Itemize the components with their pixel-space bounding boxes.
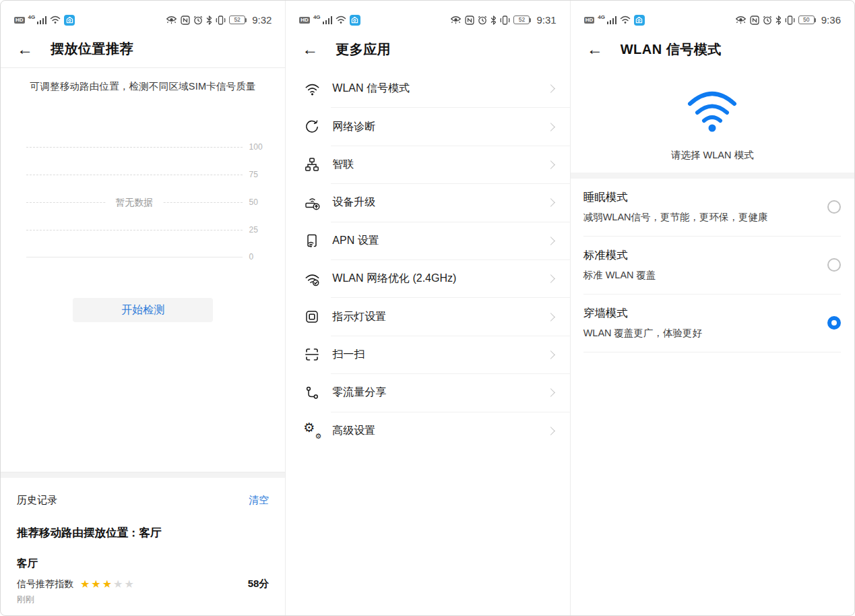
start-detection-button[interactable]: 开始检测 <box>73 298 213 322</box>
screen-wlan-signal-mode: HD 4G 50 9:36 ← WLAN 信号模式 <box>570 1 854 615</box>
signal-quality-chart: 100 75 暂无数据50 25 0 <box>1 147 285 263</box>
list-item-label: 智联 <box>332 158 354 172</box>
chevron-right-icon <box>546 123 555 131</box>
history-title: 历史记录 <box>17 494 57 507</box>
bluetooth-icon <box>775 16 782 25</box>
option-title: 穿墙模式 <box>583 306 818 321</box>
list-item-advanced-settings[interactable]: ⚙⚙ 高级设置 <box>286 412 569 450</box>
stars-filled-icon: ★★★ <box>80 578 113 590</box>
option-wall-penetration-mode[interactable]: 穿墙模式 WLAN 覆盖更广，体验更好 <box>571 295 854 352</box>
y-tick-25: 25 <box>249 225 267 235</box>
eye-comfort-icon <box>735 16 747 24</box>
page-title: 更多应用 <box>336 40 391 59</box>
list-item-label: 零流量分享 <box>332 386 386 400</box>
vibrate-icon <box>785 16 795 25</box>
hd-badge: HD <box>14 17 25 24</box>
y-tick-50: 50 <box>249 197 267 207</box>
chevron-right-icon <box>546 84 555 93</box>
alarm-icon <box>763 16 772 25</box>
chevron-right-icon <box>546 237 555 245</box>
app-list: WLAN 信号模式 网络诊断 智联 设备升级 <box>286 70 569 450</box>
status-bar: HD 4G 50 9:36 <box>571 1 854 30</box>
screenshot-collage: HD 4G 52 9:32 ← 摆放位置推荐 可调整移动路由位置，检测不同区域S… <box>0 0 855 616</box>
list-item-label: 设备升级 <box>332 195 375 210</box>
chevron-right-icon <box>546 313 555 321</box>
history-section: 历史记录 清空 推荐移动路由摆放位置：客厅 客厅 信号推荐指数 ★★★ ★★ 5… <box>1 478 285 615</box>
eye-comfort-icon <box>450 16 462 24</box>
advanced-settings-icon: ⚙⚙ <box>304 423 320 439</box>
list-item-label: WLAN 网络优化 (2.4GHz) <box>332 272 456 286</box>
radio-selected-icon[interactable] <box>827 316 841 330</box>
hilink-app-icon <box>634 15 645 26</box>
radio-unselected-icon[interactable] <box>827 258 841 272</box>
back-icon[interactable]: ← <box>587 41 603 57</box>
alarm-icon <box>478 16 487 25</box>
divider <box>583 352 841 352</box>
device-upgrade-icon <box>304 195 320 210</box>
hd-badge: HD <box>584 17 595 24</box>
option-standard-mode[interactable]: 标准模式 标准 WLAN 覆盖 <box>571 237 854 294</box>
section-divider <box>1 472 285 478</box>
network-diagnosis-icon <box>304 119 320 134</box>
4g-label: 4G <box>28 14 36 20</box>
y-tick-75: 75 <box>249 170 267 179</box>
clear-history-link[interactable]: 清空 <box>249 494 269 507</box>
chevron-right-icon <box>546 274 555 283</box>
chevron-right-icon <box>546 350 555 359</box>
record-score: 58分 <box>248 578 270 590</box>
wifi-status-icon <box>336 16 346 24</box>
wlan-optimize-icon <box>304 272 320 286</box>
list-item-label: 扫一扫 <box>332 348 365 362</box>
clock-time: 9:36 <box>821 14 841 26</box>
placement-description: 可调整移动路由位置，检测不同区域SIM卡信号质量 <box>1 80 285 93</box>
option-subtitle: WLAN 覆盖更广，体验更好 <box>583 327 818 340</box>
zero-traffic-share-icon <box>304 386 320 400</box>
list-item-label: WLAN 信号模式 <box>332 82 410 96</box>
radio-unselected-icon[interactable] <box>827 200 841 214</box>
record-rating-row: 信号推荐指数 ★★★ ★★ 58分 <box>17 578 269 590</box>
vibrate-icon <box>216 16 226 25</box>
list-item-label: 高级设置 <box>332 424 375 438</box>
back-icon[interactable]: ← <box>302 41 318 57</box>
list-item-device-upgrade[interactable]: 设备升级 <box>286 184 569 221</box>
chevron-right-icon <box>546 160 555 169</box>
list-item-wlan-optimization[interactable]: WLAN 网络优化 (2.4GHz) <box>286 260 569 297</box>
recommendation-text: 推荐移动路由摆放位置：客厅 <box>17 526 269 541</box>
list-item-apn-settings[interactable]: APN 设置 <box>286 222 569 259</box>
chevron-right-icon <box>546 388 555 397</box>
4g-label: 4G <box>313 14 321 20</box>
back-icon[interactable]: ← <box>17 41 33 57</box>
list-item-label: 网络诊断 <box>332 120 375 134</box>
option-sleep-mode[interactable]: 睡眠模式 减弱WLAN信号，更节能，更环保，更健康 <box>571 179 854 236</box>
nfc-icon <box>181 16 190 25</box>
list-item-zero-traffic-share[interactable]: 零流量分享 <box>286 374 569 411</box>
clock-time: 9:32 <box>252 14 272 26</box>
scan-qr-icon <box>304 347 320 362</box>
list-item-wlan-signal-mode[interactable]: WLAN 信号模式 <box>286 70 569 107</box>
page-header: ← 摆放位置推荐 <box>1 30 285 68</box>
status-bar: HD 4G 52 9:31 <box>286 1 569 30</box>
option-subtitle: 减弱WLAN信号，更节能，更环保，更健康 <box>583 211 818 224</box>
nfc-icon <box>465 16 474 25</box>
vibrate-icon <box>500 16 510 25</box>
chart-empty-label: 暂无数据 <box>106 197 162 209</box>
page-title: WLAN 信号模式 <box>621 40 722 59</box>
wifi-signal-mode-icon <box>304 82 320 96</box>
list-item-indicator-settings[interactable]: 指示灯设置 <box>286 298 569 335</box>
wifi-status-icon <box>620 16 631 24</box>
bluetooth-icon <box>206 16 212 25</box>
screen-placement-recommendation: HD 4G 52 9:32 ← 摆放位置推荐 可调整移动路由位置，检测不同区域S… <box>1 1 285 615</box>
y-tick-0: 0 <box>249 252 267 261</box>
bluetooth-icon <box>490 16 497 25</box>
list-item-scan[interactable]: 扫一扫 <box>286 336 569 373</box>
list-item-hilink[interactable]: 智联 <box>286 146 569 183</box>
hilink-app-icon <box>64 15 75 26</box>
hd-badge: HD <box>299 17 310 24</box>
mode-select-prompt: 请选择 WLAN 模式 <box>571 149 854 162</box>
wifi-status-icon <box>50 16 61 24</box>
list-item-network-diagnosis[interactable]: 网络诊断 <box>286 108 569 145</box>
chevron-right-icon <box>546 198 555 207</box>
battery-icon: 52 <box>229 16 247 24</box>
signal-bars-icon <box>323 16 332 24</box>
wifi-big-icon <box>686 88 738 133</box>
